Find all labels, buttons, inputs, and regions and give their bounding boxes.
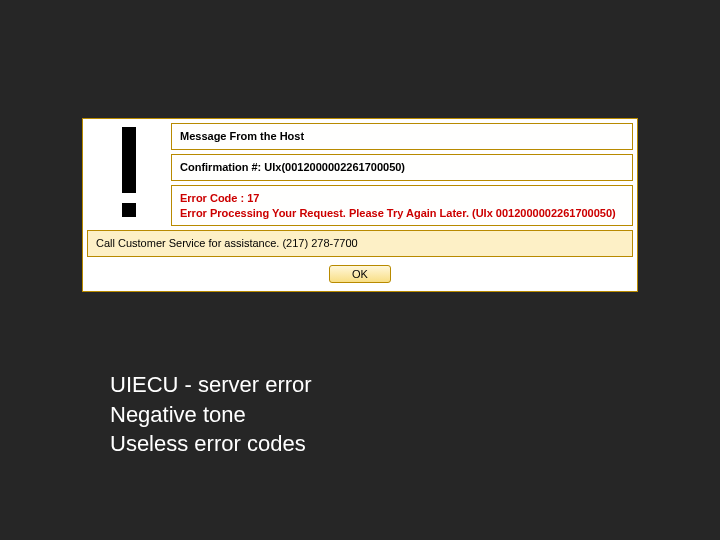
error-dialog: Message From the Host Confirmation #: UI…	[82, 118, 638, 292]
customer-service-footer: Call Customer Service for assistance. (2…	[87, 230, 633, 257]
error-message: Error Processing Your Request. Please Tr…	[180, 207, 616, 219]
ok-button[interactable]: OK	[329, 265, 391, 283]
dialog-upper: Message From the Host Confirmation #: UI…	[87, 123, 633, 226]
error-code-value: 17	[247, 192, 259, 204]
confirmation-value: UIx(0012000002261700050)	[264, 161, 405, 173]
svg-rect-1	[122, 203, 136, 217]
confirmation-label: Confirmation #:	[180, 161, 261, 173]
exclamation-icon	[87, 123, 171, 226]
error-row: Error Code : 17 Error Processing Your Re…	[171, 185, 633, 227]
dialog-button-row: OK	[87, 257, 633, 287]
caption-line-1: UIECU - server error	[110, 370, 312, 400]
dialog-title: Message From the Host	[171, 123, 633, 150]
svg-rect-0	[122, 127, 136, 193]
error-code-label: Error Code :	[180, 192, 244, 204]
confirmation-row: Confirmation #: UIx(0012000002261700050)	[171, 154, 633, 181]
dialog-icon-column	[87, 123, 171, 226]
caption-line-3: Useless error codes	[110, 429, 312, 459]
slide-caption: UIECU - server error Negative tone Usele…	[110, 370, 312, 459]
dialog-message-column: Message From the Host Confirmation #: UI…	[171, 123, 633, 226]
caption-line-2: Negative tone	[110, 400, 312, 430]
